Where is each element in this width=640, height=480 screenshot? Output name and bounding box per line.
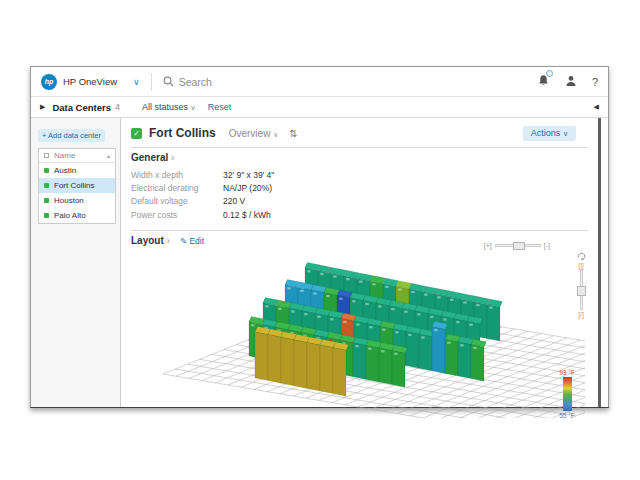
status-ok-icon: ✓ (131, 128, 142, 139)
chevron-down-icon: ∨ (563, 130, 568, 137)
name-column-header[interactable]: Name (54, 151, 75, 160)
chevron-down-icon: ∨ (273, 131, 278, 138)
general-section-heading[interactable]: General › (131, 152, 588, 163)
property-label: Default voltage (131, 196, 223, 206)
property-value: 32' 9" x 39' 4" (223, 170, 274, 180)
edit-label: Edit (189, 236, 204, 246)
datacenter-3d-layout[interactable] (145, 252, 585, 418)
chevron-down-icon: ∨ (191, 104, 196, 111)
legend-max-label: 93 °F (554, 369, 580, 377)
property-value: 0.12 $ / kWh (223, 210, 271, 220)
list-item-fort-collins[interactable]: Fort Collins (39, 178, 115, 193)
status-filter-label: All statuses (142, 102, 188, 112)
reset-filter-link[interactable]: Reset (208, 102, 232, 112)
hp-logo-icon[interactable]: hp (41, 74, 57, 90)
property-row: Default voltage 220 V (131, 195, 588, 208)
main-panel: ✓ Fort Collins Overview ∨ ⇅ Actions ∨ Ge… (120, 118, 608, 407)
resource-title: Fort Collins (149, 126, 216, 140)
data-center-name: Houston (54, 196, 84, 205)
list-item-palo-alto[interactable]: Palo Alto (39, 208, 115, 223)
property-value: NA/JP (20%) (223, 183, 272, 193)
edit-layout-link[interactable]: ✎ Edit (180, 236, 204, 246)
property-label: Width x depth (131, 170, 223, 180)
collapse-panel-icon[interactable]: ◀ (594, 103, 599, 111)
edit-icon: ✎ (180, 236, 187, 246)
add-data-center-button[interactable]: + Add data center (38, 129, 105, 142)
property-row: Width x depth 32' 9" x 39' 4" (131, 168, 588, 181)
property-label: Electrical derating (131, 183, 223, 193)
divider (131, 230, 588, 231)
property-label: Power costs (131, 210, 223, 220)
layout-visualization: [+] [-] [|] [/] (131, 248, 588, 422)
page-title[interactable]: Data Centers (52, 102, 111, 113)
list-item-austin[interactable]: Austin (39, 163, 115, 178)
legend-min-label: 55 °F (554, 412, 580, 420)
data-center-name: Austin (54, 166, 76, 175)
zoom-slider-handle[interactable] (513, 242, 525, 250)
layout-heading-link[interactable]: Layout › (131, 235, 170, 246)
divider (131, 147, 588, 148)
general-properties: Width x depth 32' 9" x 39' 4" Electrical… (131, 168, 588, 222)
banner-icons: ? (537, 73, 598, 91)
layout-heading-label: Layout (131, 235, 164, 246)
status-ok-icon (44, 168, 49, 173)
temperature-gradient-bar (563, 377, 572, 411)
section-link-arrow: › (167, 235, 170, 246)
product-name: HP OneView (63, 76, 117, 87)
sidebar: + Add data center Name ▴ Austin Fort Col… (31, 118, 120, 407)
data-center-list: Name ▴ Austin Fort Collins Houston (38, 148, 116, 224)
zoom-slider[interactable]: [+] [-] (484, 242, 550, 249)
status-filter-dropdown[interactable]: All statuses ∨ (142, 102, 196, 112)
status-column-icon (44, 153, 49, 158)
list-item-houston[interactable]: Houston (39, 193, 115, 208)
app-window: hp HP OneView ∨ Search (30, 66, 609, 408)
property-row: Electrical derating NA/JP (20%) (131, 181, 588, 194)
window-body: + Add data center Name ▴ Austin Fort Col… (31, 118, 608, 407)
data-center-name: Palo Alto (54, 211, 86, 220)
data-center-name: Fort Collins (54, 181, 94, 190)
status-ok-icon (44, 198, 49, 203)
zoom-out-label[interactable]: [-] (544, 242, 550, 249)
help-button[interactable]: ? (592, 76, 598, 88)
top-banner: hp HP OneView ∨ Search (31, 67, 608, 97)
property-value: 220 V (223, 196, 245, 206)
resource-count: 4 (115, 102, 120, 112)
scrollbar-thumb[interactable] (598, 118, 601, 407)
property-row: Power costs 0.12 $ / kWh (131, 208, 588, 221)
search-placeholder: Search (179, 76, 212, 88)
search-icon (163, 76, 174, 87)
notification-badge (546, 70, 553, 77)
user-icon (565, 75, 577, 87)
related-views-icon[interactable]: ⇅ (289, 128, 297, 139)
general-heading-label: General (131, 152, 168, 163)
view-selector-dropdown[interactable]: Overview ∨ (229, 128, 279, 139)
list-header[interactable]: Name ▴ (39, 149, 115, 163)
zoom-in-label[interactable]: [+] (484, 242, 492, 249)
actions-label: Actions (531, 128, 561, 138)
divider (151, 73, 152, 91)
zoom-slider-track[interactable] (495, 244, 541, 247)
main-menu-chevron-icon[interactable]: ∨ (133, 77, 140, 87)
status-ok-icon (44, 183, 49, 188)
actions-button[interactable]: Actions ∨ (523, 126, 576, 141)
status-ok-icon (44, 213, 49, 218)
sort-asc-icon[interactable]: ▴ (107, 152, 110, 159)
temperature-legend: 93 °F 55 °F (554, 369, 580, 420)
resource-header: ✓ Fort Collins Overview ∨ ⇅ Actions ∨ (131, 124, 588, 142)
section-link-arrow: › (171, 152, 174, 163)
filter-bar: ▶ Data Centers 4 All statuses ∨ Reset ◀ (31, 97, 608, 118)
search-input[interactable]: Search (163, 76, 212, 88)
notifications-button[interactable] (537, 73, 550, 91)
view-selector-label: Overview (229, 128, 271, 139)
expand-menu-icon[interactable]: ▶ (40, 103, 45, 111)
user-button[interactable] (565, 73, 577, 91)
